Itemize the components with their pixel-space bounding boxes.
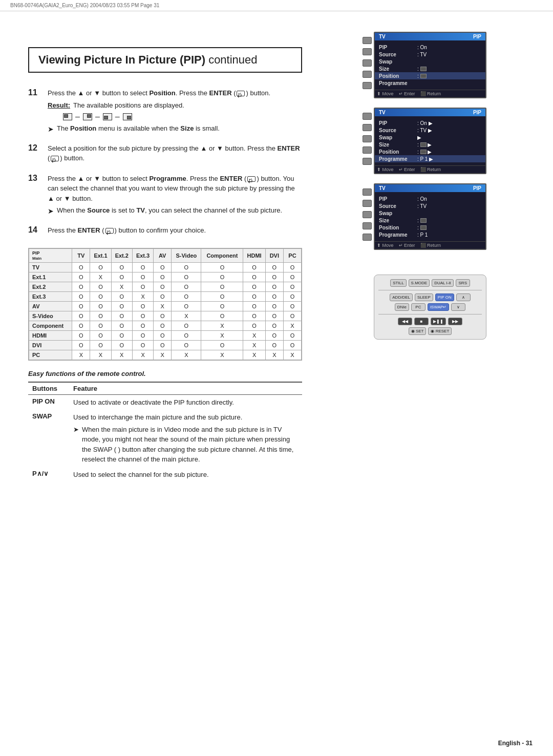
tv-3-position-label: Position [379, 225, 417, 230]
tv-2-row-pip: PIP : On ▶ [375, 119, 485, 127]
table-cell: O [72, 330, 90, 340]
tv-1-content: PIP : On Source : TV Swap Size : [375, 40, 485, 90]
side-icon-3e [363, 234, 372, 241]
tv-1-source-label: Source [379, 52, 417, 57]
page-title-box: Viewing Picture In Picture (PIP) continu… [28, 47, 302, 73]
table-cell: X [283, 321, 301, 330]
tv-3-side-icons [363, 188, 372, 241]
tv-2-prog-label: Programme [379, 156, 417, 162]
remote-btn-addel: ADD/DEL [390, 293, 413, 301]
remote-control: STILL S.MODE DUAL I-II SRS ADD/DEL SLEEP… [374, 275, 486, 340]
table-cell: O [243, 321, 265, 330]
tv-2-footer-enter: ↵ Enter [399, 167, 415, 172]
side-icon-1d [363, 71, 372, 78]
table-cell: O [90, 321, 111, 330]
remote-btn-reset: ◉ RESET [428, 327, 452, 335]
table-cell: X [201, 330, 243, 340]
table-cell: O [243, 272, 265, 282]
tv-1-row-size: Size : [375, 65, 485, 72]
result-label: Result: [48, 101, 70, 109]
table-cell: O [132, 272, 153, 282]
pos-icon-tl [63, 113, 72, 120]
step-12-content: Select a position for the sub picture by… [48, 143, 302, 166]
table-cell: O [90, 311, 111, 321]
table-cell: O [265, 272, 283, 282]
feature-button-label: P∧/∨ [28, 467, 69, 482]
step-11-num: 11 [28, 88, 42, 97]
tv-screen-1-wrapper: TV PIP PIP : On Source : TV Swap [374, 32, 486, 98]
table-cell: O [132, 340, 153, 350]
col-av: AV [154, 248, 172, 262]
table-cell: O [172, 262, 201, 272]
table-cell: X [154, 301, 172, 311]
table-cell: O [265, 282, 283, 291]
side-icon-2b [363, 124, 372, 131]
col-ext3: Ext.3 [132, 248, 153, 262]
table-row-header: S-Video [29, 311, 72, 321]
tv-1-position-label: Position [379, 73, 417, 79]
tv-2-size-label: Size [379, 142, 417, 148]
tv-screen-1: TV PIP PIP : On Source : TV Swap [374, 32, 486, 98]
table-row: Ext.3OOOXOOOOOO [29, 291, 302, 301]
tv-3-prog-value: : P 1 [417, 232, 428, 238]
table-cell: O [90, 291, 111, 301]
remote-sep-2 [378, 314, 482, 314]
enter-icon-13: ↵ [247, 176, 256, 182]
tv-3-position-value: : [417, 225, 427, 230]
tv-3-title-left: TV [379, 185, 386, 191]
table-cell: O [154, 321, 172, 330]
table-cell: O [283, 330, 301, 340]
table-cell: O [90, 301, 111, 311]
table-cell: X [243, 330, 265, 340]
table-cell: X [111, 282, 132, 291]
table-cell: O [72, 301, 90, 311]
table-cell: O [201, 262, 243, 272]
table-cell: O [265, 340, 283, 350]
table-cell: O [132, 321, 153, 330]
table-cell: O [243, 291, 265, 301]
col-tv: TV [72, 248, 90, 262]
tv-2-footer-return: ⬛ Return [420, 167, 441, 172]
dash-1: – [75, 112, 80, 121]
table-row-header: Ext.3 [29, 291, 72, 301]
table-cell: O [72, 272, 90, 282]
table-cell: O [243, 301, 265, 311]
table-cell: O [265, 311, 283, 321]
tv-1-row-source: Source : TV [375, 51, 485, 58]
tv-2-row-position: Position : ▶ [375, 148, 485, 155]
side-icon-1e [363, 82, 372, 89]
step-11-result: Result: The available positions are disp… [48, 101, 302, 109]
step-14-content: Press the ENTER (↵) button to confirm yo… [48, 225, 302, 239]
table-row-header: Ext.1 [29, 272, 72, 282]
table-row: HDMIOOOOOOXXOO [29, 330, 302, 340]
remote-row-4: ◀◀ ■ ▶❚❚ ▶▶ [398, 318, 462, 325]
tv-1-prog-label: Programme [379, 80, 417, 86]
tv-3-pip-value: : On [417, 196, 427, 202]
remote-sep-1 [378, 290, 482, 290]
remote-section: STILL S.MODE DUAL I-II SRS ADD/DEL SLEEP… [374, 275, 486, 340]
table-cell: X [90, 350, 111, 360]
remote-row-3: DNIe PC ISWAP↵ ∨ [395, 303, 466, 311]
table-cell: O [72, 262, 90, 272]
table-cell: O [90, 330, 111, 340]
table-cell: O [111, 262, 132, 272]
tv-1-side-icons [363, 37, 372, 89]
table-cell: O [201, 272, 243, 282]
tv-2-position-label: Position [379, 149, 417, 155]
table-cell: O [201, 340, 243, 350]
table-cell: O [154, 291, 172, 301]
dash-2: – [95, 112, 100, 121]
table-cell: O [243, 311, 265, 321]
remote-btn-sleep: SLEEP [415, 293, 433, 301]
table-cell: O [90, 262, 111, 272]
table-cell: O [154, 340, 172, 350]
tv-3-source-label: Source [379, 203, 417, 209]
feature-description: Used to interchange the main picture and… [69, 410, 302, 467]
table-cell: O [90, 340, 111, 350]
table-row-header: Component [29, 321, 72, 330]
tv-2-row-source: Source : TV ▶ [375, 127, 485, 134]
col-feature: Feature [69, 382, 302, 395]
remote-btn-still: STILL [390, 279, 406, 287]
step-13-text: Press the ▲ or ▼ button to select Progra… [48, 174, 302, 204]
table-cell: O [111, 291, 132, 301]
